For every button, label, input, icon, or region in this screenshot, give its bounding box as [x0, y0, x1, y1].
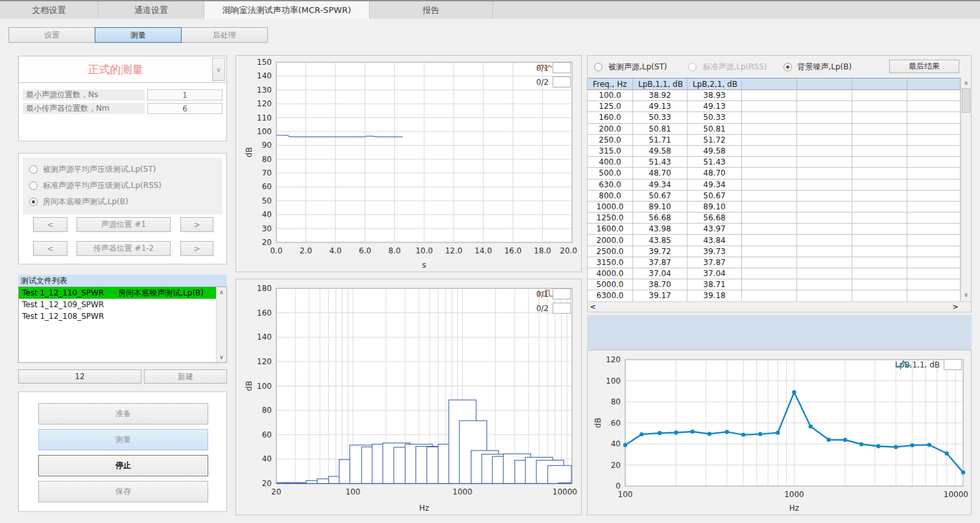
table-cell: 89.10	[633, 202, 687, 212]
table-row[interactable]: 1600.043.9843.97	[588, 224, 961, 235]
table-row[interactable]: 100.038.9238.93	[588, 90, 961, 101]
test-count-button[interactable]: 12	[18, 369, 141, 384]
table-cell: 39.18	[687, 290, 742, 301]
table-cell	[852, 213, 907, 223]
field-value-input[interactable]: 6	[147, 103, 222, 114]
table-row[interactable]: 3150.037.8737.87	[588, 257, 961, 268]
table-row[interactable]: 500.048.7048.70	[588, 168, 961, 179]
main-tab[interactable]: 混响室法测试声功率(MCR-SPWR)	[204, 1, 370, 19]
scroll-up-icon[interactable]: ∧	[961, 78, 971, 87]
svg-text:20.0: 20.0	[560, 246, 577, 255]
action-button-1[interactable]: 准备	[38, 403, 208, 424]
table-cell	[852, 235, 907, 245]
position-prev-button[interactable]: <	[33, 241, 67, 256]
table-cell	[742, 268, 797, 279]
table-cell: 43.85	[633, 235, 687, 245]
scroll-down-icon[interactable]: ∨	[961, 290, 971, 299]
list-item[interactable]: Test 1_12_110_SPWR房间本底噪声测试,Lp(B)	[19, 287, 216, 299]
table-hscrollbar[interactable]: < >	[588, 301, 971, 312]
table-row[interactable]: 630.049.3449.34	[588, 180, 961, 191]
list-scrollbar[interactable]: ∧ ∨	[216, 287, 226, 362]
table-row[interactable]: 250.051.7151.72	[588, 135, 961, 146]
new-test-button[interactable]: 新建	[144, 369, 227, 384]
table-row[interactable]: 6300.039.1739.18	[588, 290, 961, 301]
table-row[interactable]: 160.050.3350.33	[588, 112, 961, 123]
table-row[interactable]: 2500.039.7239.73	[588, 246, 961, 257]
test-file-list[interactable]: Test 1_12_110_SPWR房间本底噪声测试,Lp(B)Test 1_1…	[18, 286, 227, 363]
scroll-down-icon[interactable]: ∨	[217, 353, 226, 362]
main-tab[interactable]: 文档设置	[0, 1, 99, 19]
position-label-button[interactable]: 传声器位置 #1-2	[77, 241, 171, 256]
field-label: 最小声源位置数，Ns	[23, 89, 145, 100]
table-row[interactable]: 1000.089.1089.10	[588, 202, 961, 213]
svg-text:100: 100	[618, 490, 633, 499]
table-cell	[852, 180, 907, 190]
subtab[interactable]: 设置	[8, 27, 95, 43]
table-cell: 2500.0	[588, 246, 633, 257]
scrollbar-thumb[interactable]	[962, 88, 970, 113]
test-type-radio[interactable]: 被测声源平均声压级测试,Lp(ST)	[29, 164, 156, 175]
subtab[interactable]: 测量	[95, 27, 182, 43]
table-row[interactable]: 200.050.8150.81	[588, 124, 961, 135]
radio-icon[interactable]	[29, 165, 38, 174]
action-button-2[interactable]: 测量	[38, 429, 208, 450]
test-type-radio[interactable]: 标准声源平均声压级测试,Lp(RSS)	[29, 180, 161, 191]
radio-icon[interactable]	[594, 63, 603, 71]
position-next-button[interactable]: >	[180, 217, 213, 232]
table-row[interactable]: 315.049.5849.58	[588, 146, 961, 157]
result-chart-panel: 020406080100120100100010000HzdB LpB,1,1,…	[587, 350, 972, 515]
svg-text:12.0: 12.0	[445, 246, 462, 255]
measurement-mode-combobox[interactable]: 正式的测量 ∨	[18, 56, 227, 83]
radio-icon[interactable]	[783, 63, 792, 71]
scroll-left-icon[interactable]: <	[588, 302, 598, 312]
position-label-button[interactable]: 声源位置 #1	[77, 217, 171, 232]
table-cell	[742, 135, 797, 145]
table-row[interactable]: 400.051.4351.43	[588, 157, 961, 168]
scroll-up-icon[interactable]: ∧	[217, 288, 226, 297]
chevron-down-icon[interactable]: ∨	[212, 58, 225, 81]
subtab[interactable]: 后处理	[181, 27, 268, 43]
main-tab[interactable]: 报告	[370, 1, 493, 19]
svg-text:30: 30	[262, 224, 272, 233]
table-cell: 43.98	[633, 224, 687, 234]
table-cell: 500.0	[588, 168, 633, 178]
main-tab[interactable]: 通道设置	[99, 1, 204, 19]
svg-text:dB: dB	[245, 381, 254, 391]
scroll-right-icon[interactable]: >	[950, 302, 961, 312]
table-cell: 3150.0	[588, 257, 633, 268]
main-tab-bar: 文档设置通道设置混响室法测试声功率(MCR-SPWR)报告	[0, 1, 980, 19]
legend-bar-icon	[553, 288, 571, 299]
list-item[interactable]: Test 1_12_109_SPWR	[19, 299, 216, 310]
table-row[interactable]: 800.050.6750.67	[588, 191, 961, 202]
time-history-chart: 20304050607080901001101201301401500.02.0…	[236, 56, 581, 272]
svg-text:0: 0	[615, 482, 621, 491]
final-result-button[interactable]: 最后结果	[889, 60, 959, 73]
table-cell: 49.34	[687, 180, 742, 190]
radio-icon[interactable]	[29, 198, 38, 206]
radio-icon[interactable]	[688, 63, 697, 71]
svg-text:2.0: 2.0	[300, 246, 312, 255]
table-cell: 43.97	[687, 224, 742, 234]
radio-label: 被测声源,Lp(ST)	[608, 62, 667, 73]
table-cell	[742, 279, 797, 290]
list-item[interactable]: Test 1_12_108_SPWR	[19, 310, 216, 322]
table-row[interactable]: 1250.056.6856.68	[588, 213, 961, 224]
table-row[interactable]: 5000.038.7038.71	[588, 279, 961, 290]
table-cell: 51.43	[633, 157, 687, 167]
table-vscrollbar[interactable]: ∧ ∨	[961, 78, 971, 300]
action-button-3[interactable]: 停止	[38, 455, 208, 476]
position-prev-button[interactable]: <	[33, 217, 67, 232]
table-cell	[907, 146, 961, 156]
table-cell: 37.87	[687, 257, 742, 268]
position-next-button[interactable]: >	[180, 241, 213, 256]
table-header-cell: Freq., Hz	[588, 78, 633, 89]
radio-icon[interactable]	[29, 181, 38, 190]
field-value-input[interactable]: 1	[147, 89, 222, 100]
table-row[interactable]: 2000.043.8543.84	[588, 235, 961, 246]
table-cell	[907, 101, 961, 111]
action-button-4[interactable]: 保存	[38, 481, 208, 502]
table-row[interactable]: 125.049.1349.13	[588, 101, 961, 112]
test-type-radio[interactable]: 房间本底噪声测试,Lp(B)	[29, 196, 128, 207]
table-cell: 160.0	[588, 112, 633, 122]
table-row[interactable]: 4000.037.0437.04	[588, 268, 961, 279]
